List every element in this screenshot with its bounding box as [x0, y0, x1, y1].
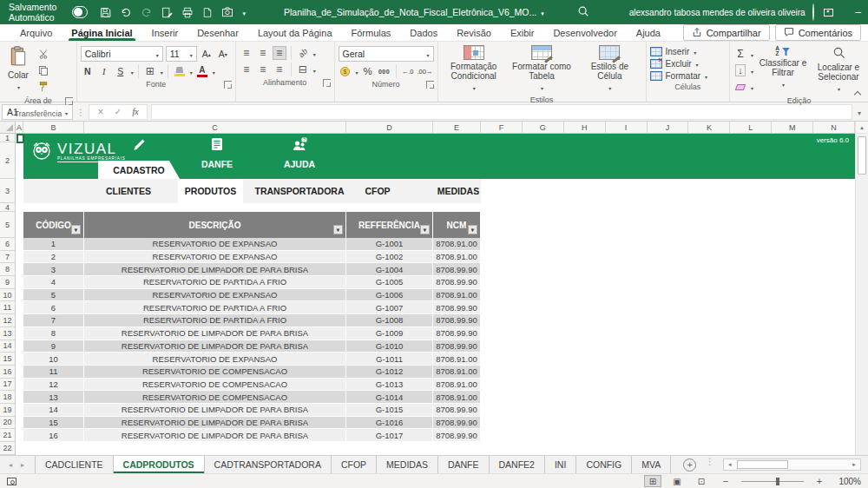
ncm-cell[interactable]: 8708.99.90	[433, 404, 481, 417]
descricao-cell[interactable]: RESERVATORIO DE EXPANSAO	[84, 289, 346, 302]
name-box-splitter[interactable]	[73, 107, 89, 117]
zoom-level[interactable]: 100%	[835, 477, 861, 486]
column-header-g[interactable]: G	[523, 122, 564, 133]
column-header-e[interactable]: E	[433, 122, 481, 133]
underline-button[interactable]: S	[114, 64, 128, 78]
print-icon[interactable]	[181, 7, 194, 18]
column-header-f[interactable]: F	[481, 122, 523, 133]
ncm-cell[interactable]: 8708.91.00	[433, 353, 481, 366]
descricao-cell[interactable]: RESERVATORIO DE PARTIDA A FRIO	[84, 301, 346, 314]
referencia-cell[interactable]: G-1011	[346, 353, 433, 366]
undo-icon[interactable]	[120, 7, 132, 18]
normal-view-icon[interactable]	[644, 475, 661, 487]
tab-dados[interactable]: Dados	[400, 24, 447, 41]
comments-button[interactable]: Comentários	[775, 24, 861, 41]
referencia-cell[interactable]: G-1017	[346, 429, 433, 442]
column-header-l[interactable]: L	[730, 122, 772, 133]
ribbon-display-options-icon[interactable]	[814, 0, 844, 24]
bold-button[interactable]: N	[81, 64, 95, 78]
banner-tab-danfe[interactable]: DANFE	[178, 134, 256, 179]
underline-caret-icon[interactable]	[130, 66, 134, 76]
referencia-cell[interactable]: G-1015	[346, 404, 433, 417]
row-header-14[interactable]: 14	[0, 340, 15, 353]
row-header-22[interactable]: 22	[0, 442, 15, 455]
align-middle-icon[interactable]	[256, 46, 270, 60]
ncm-cell[interactable]: 8708.91.00	[433, 366, 481, 379]
ncm-cell[interactable]: 8708.91.00	[433, 379, 481, 392]
tab-desenhar[interactable]: Desenhar	[187, 24, 248, 41]
insert-function-icon[interactable]	[128, 107, 143, 116]
row-header-15[interactable]: 15	[0, 353, 15, 366]
cell-styles-button[interactable]: Estilos de Célula	[577, 44, 641, 94]
clipboard-dialog-launcher-icon[interactable]	[65, 97, 73, 105]
ncm-cell[interactable]: 8708.99.90	[433, 263, 481, 276]
row-header-3[interactable]: 3	[0, 179, 15, 203]
row-header-5[interactable]: 5	[0, 212, 15, 238]
cut-icon[interactable]	[36, 47, 50, 61]
orientation-caret-icon[interactable]	[312, 48, 316, 58]
ncm-cell[interactable]: 8708.99.90	[433, 301, 481, 314]
referencia-cell[interactable]: G-1014	[346, 391, 433, 404]
fill-color-caret-icon[interactable]	[189, 66, 193, 76]
descricao-cell[interactable]: RESERVATORIO DE LIMPADOR DE PARA BRISA	[84, 327, 346, 340]
tab-layout-da-p-gina[interactable]: Layout da Página	[248, 24, 342, 41]
zoom-in-icon[interactable]	[811, 475, 828, 487]
referencia-cell[interactable]: G-1006	[346, 289, 433, 302]
referencia-cell[interactable]: G-1001	[346, 238, 433, 251]
referencia-cell[interactable]: G-1002	[346, 251, 433, 264]
subtab-cfop[interactable]: CFOP	[343, 179, 412, 203]
referencia-cell[interactable]: G-1009	[346, 327, 433, 340]
autosave-control[interactable]: Salvamento Automático	[9, 2, 88, 23]
horizontal-scrollbar[interactable]	[723, 458, 861, 471]
row-header-21[interactable]: 21	[0, 429, 15, 442]
referencia-cell[interactable]: G-1007	[346, 301, 433, 314]
ncm-cell[interactable]: 8708.99.90	[433, 314, 481, 327]
vertical-scroll-thumb[interactable]	[858, 136, 866, 175]
ncm-cell[interactable]: 8708.91.00	[433, 289, 481, 302]
codigo-cell[interactable]: 7	[23, 314, 84, 327]
next-sheet-icon[interactable]	[21, 461, 24, 469]
descricao-cell[interactable]: RESERVATORIO DE LIMPADOR DE PARA BRISA	[84, 263, 346, 276]
align-top-icon[interactable]	[240, 46, 253, 60]
referencia-cell[interactable]: G-1012	[346, 366, 433, 379]
horizontal-scroll-thumb[interactable]	[737, 460, 788, 469]
scroll-right-icon[interactable]	[848, 461, 860, 468]
codigo-cell[interactable]: 8	[23, 327, 84, 340]
tab-f-rmulas[interactable]: Fórmulas	[342, 24, 401, 41]
vertical-scrollbar[interactable]	[855, 122, 868, 455]
descricao-cell[interactable]: RESERVATORIO DE LIMPADOR DE PARA BRISA	[84, 417, 346, 430]
filter-button-ncm[interactable]	[468, 225, 477, 234]
fill-color-icon[interactable]	[173, 64, 187, 78]
codigo-cell[interactable]: 11	[23, 366, 84, 379]
window-title[interactable]: Planilha_de_Simulação_de_Nota_Fiscal_Ele…	[284, 7, 544, 17]
zoom-slider[interactable]	[741, 481, 804, 482]
filter-button-c-digo[interactable]	[71, 225, 81, 234]
tab-exibir[interactable]: Exibir	[501, 24, 544, 41]
row-header-20[interactable]: 20	[0, 417, 15, 430]
row-header-13[interactable]: 13	[0, 327, 15, 340]
codigo-cell[interactable]: 1	[23, 238, 84, 251]
column-header-d[interactable]: D	[346, 122, 433, 133]
codigo-cell[interactable]: 16	[23, 429, 84, 442]
find-select-button[interactable]: Localizar e Selecionar	[812, 44, 865, 95]
align-left-icon[interactable]	[240, 63, 253, 76]
ncm-cell[interactable]: 8708.99.90	[433, 327, 481, 340]
horizontal-scroll-track[interactable]	[736, 459, 848, 470]
codigo-cell[interactable]: 5	[23, 289, 84, 302]
subtab-produtos[interactable]: PRODUTOS	[178, 179, 243, 203]
page-break-view-icon[interactable]	[693, 475, 710, 487]
number-format-select[interactable]: Geral	[339, 46, 434, 62]
decrease-decimal-icon[interactable]	[418, 64, 433, 78]
enter-icon[interactable]	[110, 107, 126, 116]
currency-icon[interactable]: $	[339, 64, 352, 78]
paste-button[interactable]: Colar	[3, 44, 33, 95]
row-header-17[interactable]: 17	[0, 379, 15, 392]
autosum-caret-icon[interactable]	[750, 49, 753, 59]
descricao-cell[interactable]: RESERVATORIO DE EXPANSAO	[84, 251, 346, 264]
tab-inserir[interactable]: Inserir	[142, 24, 188, 41]
tab-arquivo[interactable]: Arquivo	[10, 24, 62, 41]
align-bottom-icon[interactable]	[273, 46, 286, 60]
descricao-cell[interactable]: RESERVATORIO DE LIMPADOR DE PARA BRISA	[84, 404, 346, 417]
increase-font-icon[interactable]: A▴	[200, 47, 214, 61]
codigo-cell[interactable]: 9	[23, 340, 84, 353]
